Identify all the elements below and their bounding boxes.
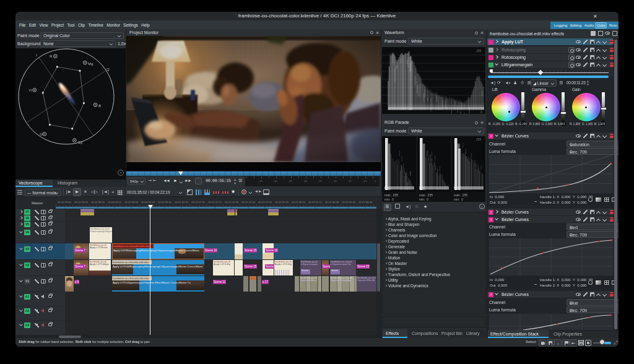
svg-text:Q: Q xyxy=(106,67,110,71)
svg-text:255: 255 xyxy=(476,49,482,53)
svg-text:G: G xyxy=(40,132,43,136)
svg-text:Yl: Yl xyxy=(28,89,32,92)
svg-text:B: B xyxy=(98,104,101,108)
svg-text:R: R xyxy=(50,54,53,58)
svg-text:255: 255 xyxy=(476,137,482,141)
svg-text:0: 0 xyxy=(480,110,482,114)
svg-text:Cy: Cy xyxy=(78,141,82,144)
svg-text:Mg: Mg xyxy=(88,62,93,66)
